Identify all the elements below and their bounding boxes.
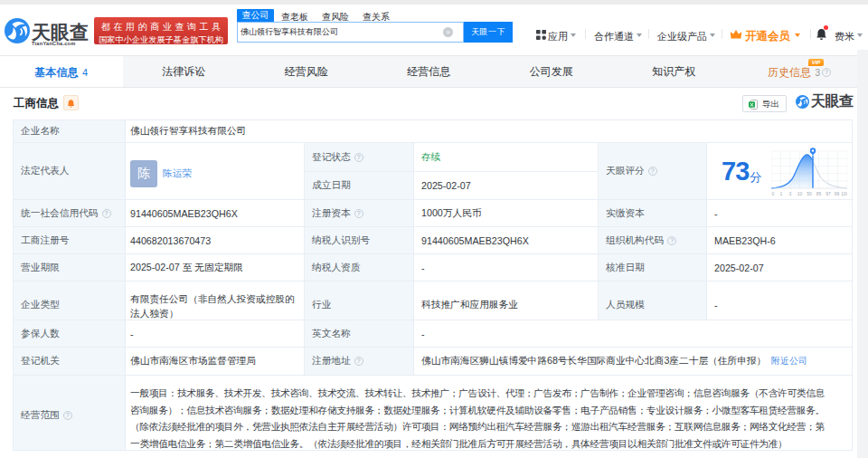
svg-text:50: 50 [807, 190, 812, 196]
svg-text:3: 3 [789, 190, 792, 196]
svg-text:100: 100 [842, 190, 848, 196]
svg-text:1: 1 [780, 190, 783, 196]
svg-text:97: 97 [826, 190, 831, 196]
svg-text:99: 99 [835, 190, 840, 196]
svg-text:85: 85 [816, 190, 822, 196]
svg-text:0: 0 [772, 190, 775, 196]
svg-text:10: 10 [797, 190, 803, 196]
